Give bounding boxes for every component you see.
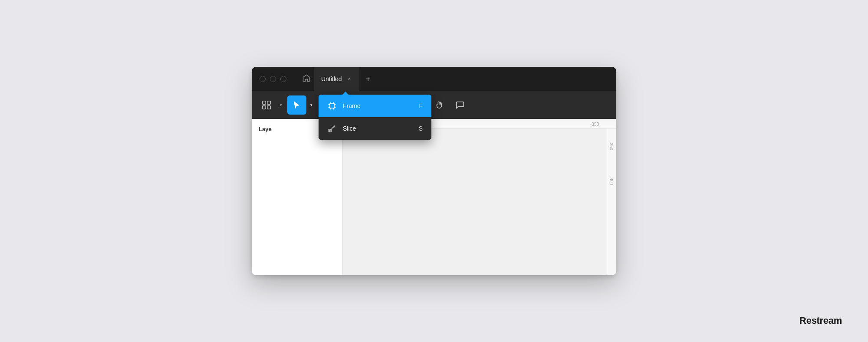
ruler-mark-v-neg300: -300 <box>609 176 614 185</box>
toolbar: ▾ ▾ ▾ <box>252 91 616 119</box>
frame-label: Frame <box>343 102 413 109</box>
svg-rect-7 <box>330 104 334 108</box>
frame-shortcut: F <box>419 102 423 109</box>
frame-icon <box>327 102 337 110</box>
title-bar: Untitled × + <box>252 67 616 91</box>
canvas-area[interactable]: 450 -400 -350 -350 -300 <box>343 119 616 275</box>
maximize-button[interactable] <box>280 76 286 82</box>
ruler-mark-neg350: -350 <box>590 122 599 127</box>
svg-rect-1 <box>267 101 270 104</box>
comment-tool-button[interactable] <box>450 95 470 115</box>
active-tab[interactable]: Untitled × <box>314 67 359 91</box>
main-area: Laye 450 -400 -350 -350 -300 <box>252 119 616 275</box>
canvas-content[interactable] <box>343 128 607 275</box>
component-tool-button[interactable] <box>257 95 276 115</box>
svg-rect-2 <box>263 106 266 109</box>
brand-label: Restream <box>799 315 842 326</box>
tab-close-button[interactable]: × <box>346 75 352 83</box>
add-tab-button[interactable]: + <box>359 67 377 91</box>
minimize-button[interactable] <box>270 76 276 82</box>
home-button[interactable] <box>299 72 314 86</box>
app-window: Untitled × + ▾ <box>252 67 616 275</box>
select-dropdown-button[interactable]: ▾ <box>306 95 316 115</box>
window-controls <box>252 76 294 82</box>
dropdown-item-frame[interactable]: Frame F <box>319 95 431 117</box>
dropdown-arrow <box>342 92 349 95</box>
select-tool-button[interactable] <box>287 95 306 115</box>
tab-area: Untitled × + <box>314 67 616 91</box>
hand-tool-button[interactable] <box>430 95 449 115</box>
close-button[interactable] <box>260 76 266 82</box>
component-tool-group: ▾ <box>257 95 286 115</box>
ruler-mark-v-neg350: -350 <box>609 141 614 150</box>
svg-rect-0 <box>263 101 266 104</box>
left-panel: Laye <box>252 119 343 275</box>
slice-shortcut: S <box>419 125 423 132</box>
select-tool-group: ▾ <box>287 95 316 115</box>
component-dropdown-button[interactable]: ▾ <box>276 95 286 115</box>
dropdown-item-slice[interactable]: Slice S <box>319 117 431 140</box>
slice-label: Slice <box>343 125 413 132</box>
ruler-right: -350 -300 <box>607 128 616 275</box>
tab-label: Untitled <box>321 76 342 82</box>
frame-dropdown-menu: Frame F Slice S <box>319 95 431 140</box>
slice-icon <box>327 124 337 133</box>
svg-rect-3 <box>267 106 270 109</box>
